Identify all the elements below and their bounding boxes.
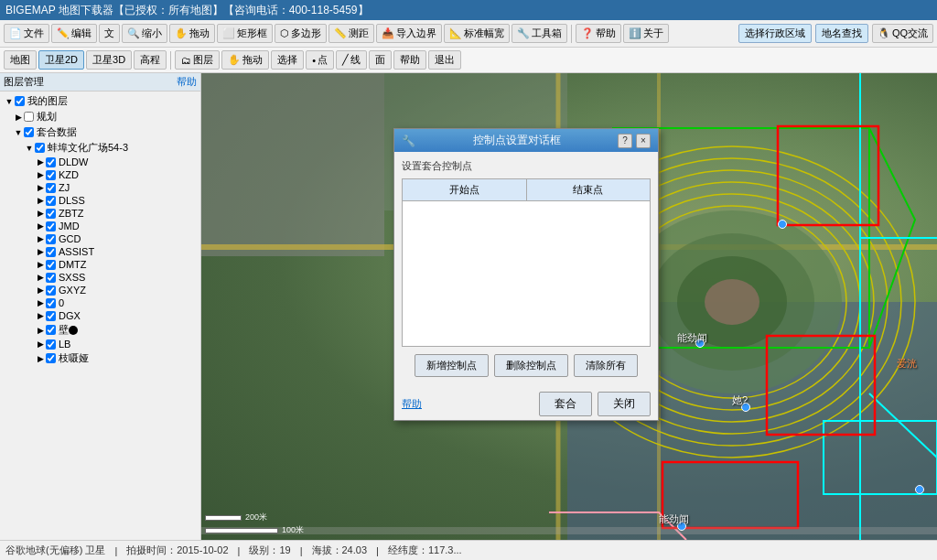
layer-checkbox[interactable]	[46, 298, 56, 308]
exit-btn[interactable]: 退出	[428, 50, 461, 70]
layer-checkbox[interactable]	[15, 96, 25, 106]
layer-checkbox[interactable]	[46, 273, 56, 283]
expand-icon[interactable]: ▶	[35, 285, 46, 296]
layer-checkbox[interactable]	[24, 127, 34, 137]
expand-icon[interactable]: ▼	[13, 127, 24, 138]
layer-checkbox[interactable]	[24, 112, 34, 122]
expand-icon[interactable]: ▶	[35, 221, 46, 232]
import-btn[interactable]: 📥 导入边界	[376, 24, 442, 43]
layer-item-zj[interactable]: ▶ ZJ	[2, 181, 199, 194]
hand-btn[interactable]: ✋ 拖动	[221, 50, 269, 70]
expand-icon[interactable]: ▶	[35, 339, 46, 350]
layer-item-plaza[interactable]: ▼ 蚌埠文化广场54-3	[2, 140, 199, 156]
layer-item-zbtz[interactable]: ▶ ZBTZ	[2, 207, 199, 220]
select-btn[interactable]: 选择	[271, 50, 304, 70]
expand-icon[interactable]: ▶	[35, 272, 46, 283]
polygon-btn[interactable]: ⬡ 多边形	[275, 24, 327, 43]
layer-item-sxss[interactable]: ▶ SXSS	[2, 271, 199, 284]
expand-icon[interactable]: ▶	[35, 182, 46, 193]
dialog-question-btn[interactable]: ?	[618, 134, 632, 148]
expand-icon[interactable]: ▶	[35, 208, 46, 219]
dialog-close-btn[interactable]: ×	[636, 134, 651, 148]
layer-checkbox[interactable]	[46, 247, 56, 257]
expand-icon[interactable]: ▶	[35, 246, 46, 257]
help-link[interactable]: 帮助	[402, 397, 422, 411]
expand-icon[interactable]: ▶	[35, 353, 46, 364]
rect-btn[interactable]: ⬜ 矩形框	[217, 24, 273, 43]
layer-item-dldw[interactable]: ▶ DLDW	[2, 156, 199, 168]
layer-item-lb[interactable]: ▶ LB	[2, 338, 199, 350]
layer-item-gcd[interactable]: ▶ GCD	[2, 232, 199, 245]
expand-icon[interactable]: ▶	[35, 169, 46, 180]
layer-checkbox[interactable]	[46, 339, 56, 350]
text-btn[interactable]: 文	[99, 24, 120, 43]
expand-icon[interactable]: ▼	[24, 143, 35, 154]
edit-btn[interactable]: ✏️ 编辑	[51, 24, 97, 43]
zoomout-btn[interactable]: 🔍 缩小	[122, 24, 167, 43]
layer-item-my-layers[interactable]: ▼ 我的图层	[2, 93, 199, 109]
layer-item-jujuya[interactable]: ▶ 枝嗫娅	[2, 350, 199, 366]
layer-checkbox[interactable]	[46, 285, 56, 296]
expand-icon[interactable]: ▶	[35, 233, 46, 244]
layer-checkbox[interactable]	[46, 157, 56, 167]
layer-checkbox[interactable]	[46, 170, 56, 180]
help-label[interactable]: 帮助	[177, 75, 197, 89]
expand-icon[interactable]: ▶	[35, 325, 46, 336]
layer-item-gxyz[interactable]: ▶ GXYZ	[2, 284, 199, 296]
expand-icon[interactable]: ▶	[35, 310, 46, 321]
area-btn[interactable]: 面	[369, 50, 392, 70]
layer-checkbox[interactable]	[35, 143, 45, 153]
layer-checkbox[interactable]	[46, 209, 56, 219]
layer-label: ZBTZ	[59, 208, 84, 219]
expand-icon[interactable]: ▶	[35, 195, 46, 206]
map-area[interactable]: 能劲闻 她? 能劲闻 爱洸 200米 100米 🔧	[201, 73, 937, 540]
expand-icon[interactable]: ▶	[13, 112, 24, 123]
line-btn[interactable]: ╱ 线	[336, 50, 367, 70]
add-control-btn[interactable]: 新增控制点	[415, 354, 489, 377]
help2-btn[interactable]: 帮助	[393, 50, 426, 70]
clear-all-btn[interactable]: 清除所有	[574, 354, 638, 377]
about-btn[interactable]: ℹ️ 关于	[623, 24, 669, 43]
layer-checkbox[interactable]	[46, 260, 56, 270]
place-search-btn[interactable]: 地名查找	[815, 24, 868, 43]
layer-item-zero[interactable]: ▶ 0	[2, 296, 199, 309]
tools-btn[interactable]: 🔧 工具箱	[512, 24, 567, 43]
merge-btn[interactable]: 套合	[539, 392, 592, 416]
expand-icon[interactable]: ▼	[4, 96, 15, 107]
select-region-btn[interactable]: 选择行政区域	[738, 24, 812, 43]
measure-btn[interactable]: 📏 测距	[328, 24, 374, 43]
layers-btn[interactable]: 🗂 图层	[175, 50, 220, 70]
sat3d-btn[interactable]: 卫星3D	[86, 50, 132, 70]
expand-icon[interactable]: ▶	[35, 259, 46, 270]
sat2d-btn[interactable]: 卫星2D	[38, 50, 84, 70]
drag-btn[interactable]: ✋ 拖动	[169, 24, 215, 43]
expand-icon[interactable]: ▶	[35, 297, 46, 308]
qq-btn[interactable]: 🐧 QQ交流	[872, 24, 933, 43]
point-btn[interactable]: • 点	[306, 50, 334, 70]
delete-control-btn[interactable]: 删除控制点	[494, 354, 568, 377]
layer-checkbox[interactable]	[46, 311, 56, 321]
layer-checkbox[interactable]	[46, 353, 56, 363]
help-btn[interactable]: ❓ 帮助	[576, 24, 621, 43]
layer-item-bi[interactable]: ▶ 壁	[2, 322, 199, 338]
layer-checkbox[interactable]	[46, 221, 56, 232]
layer-item-kzd[interactable]: ▶ KZD	[2, 168, 199, 181]
layer-item-dlss[interactable]: ▶ DLSS	[2, 194, 199, 207]
layer-item-assist[interactable]: ▶ ASSIST	[2, 245, 199, 258]
layer-mgmt-label: 图层管理	[4, 75, 44, 89]
map-view-btn[interactable]: 地图	[4, 50, 37, 70]
elevation-btn[interactable]: 高程	[134, 50, 167, 70]
layer-checkbox[interactable]	[46, 196, 56, 206]
layer-item-planning[interactable]: ▶ 规划	[2, 109, 199, 124]
stdwidth-btn[interactable]: 📐 标准幅宽	[444, 24, 510, 43]
layer-item-nested[interactable]: ▼ 套合数据	[2, 124, 199, 140]
file-btn[interactable]: 📄 文件	[4, 24, 49, 43]
expand-icon[interactable]: ▶	[35, 156, 46, 167]
layer-item-dgx[interactable]: ▶ DGX	[2, 309, 199, 322]
layer-checkbox[interactable]	[46, 183, 56, 193]
close-dialog-btn[interactable]: 关闭	[598, 392, 651, 416]
layer-item-dmtz[interactable]: ▶ DMTZ	[2, 258, 199, 271]
layer-checkbox[interactable]	[46, 234, 56, 244]
layer-item-jmd[interactable]: ▶ JMD	[2, 220, 199, 232]
layer-checkbox[interactable]	[46, 325, 56, 335]
